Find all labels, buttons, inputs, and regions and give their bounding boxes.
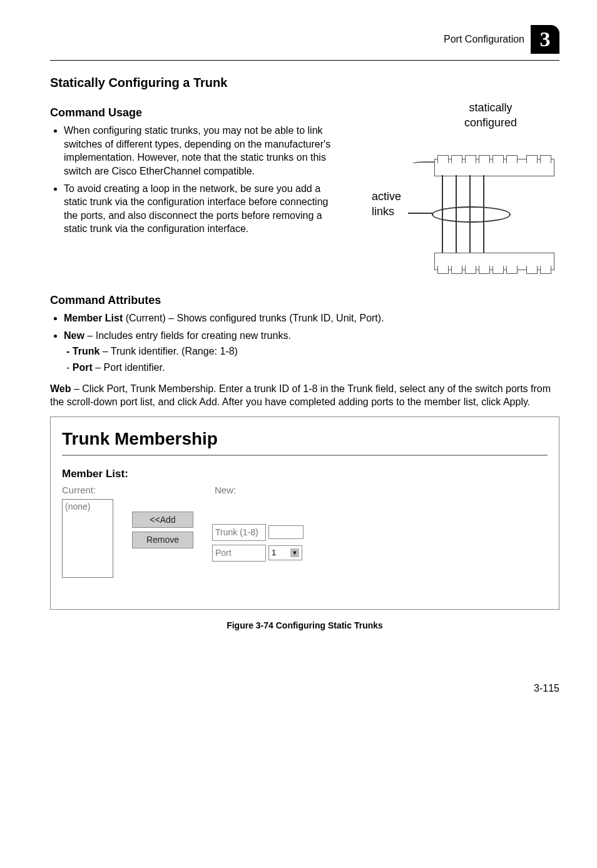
chapter-number: 3 [540,25,551,54]
attr-item: New – Includes entry fields for creating… [64,329,559,375]
page-number: 3-115 [50,682,559,695]
trunk-diagram: statically configured ︷ active links [353,96,559,284]
active-l1: active [372,189,401,204]
new-label: New: [215,484,304,497]
trunk-field-label: Trunk (1-8) [212,524,266,541]
attr-text: (Current) – Shows configured trunks (Tru… [123,313,384,323]
current-label: Current: [62,484,113,497]
diagram-title-l1: statically [441,100,541,115]
current-value: (none) [65,502,90,512]
attr-sublabel: Trunk [73,346,100,356]
attr-subtext: – Trunk identifier. (Range: 1-8) [100,346,238,356]
switch-bottom [434,253,554,270]
attr-sublabel: Port [73,362,93,373]
active-l2: links [372,204,401,219]
remove-button[interactable]: Remove [132,532,193,548]
usage-item: To avoid creating a loop in the network,… [64,182,340,236]
breadcrumb: Port Configuration [444,33,524,46]
links-oval [432,206,511,223]
panel-title: Trunk Membership [62,427,548,451]
web-body: – Click Port, Trunk Membership. Enter a … [50,383,551,408]
trunk-membership-panel: Trunk Membership Member List: Current: (… [50,416,559,610]
add-button[interactable]: <<Add [132,512,193,528]
header-rule [50,60,559,61]
web-instructions: Web – Click Port, Trunk Membership. Ente… [50,382,559,409]
attr-subitem: Port – Port identifier. [75,361,559,375]
usage-item: When configuring static trunks, you may … [64,124,340,178]
attr-label: Member List [64,313,123,323]
diagram-title: statically configured [441,100,541,131]
chapter-badge: 3 [531,25,559,54]
panel-rule [62,455,548,456]
label-leader-line [408,213,433,214]
attributes-list: Member List (Current) – Shows configured… [50,311,559,374]
web-lead: Web [50,383,71,394]
attr-text: – Includes entry fields for creating new… [84,330,291,341]
figure-caption: Figure 3-74 Configuring Static Trunks [50,620,559,632]
switch-top [434,159,554,176]
current-listbox[interactable]: (none) [62,499,113,578]
active-links-group [436,175,511,253]
command-usage-heading: Command Usage [50,105,340,120]
attr-subtext: – Port identifier. [93,362,165,373]
chevron-down-icon: ▼ [290,548,299,557]
port-value: 1 [272,547,276,558]
diagram-title-l2: configured [441,115,541,130]
command-attributes-heading: Command Attributes [50,293,559,308]
page-header: Port Configuration 3 [50,25,559,54]
usage-list: When configuring static trunks, you may … [50,124,340,236]
section-title: Statically Configuring a Trunk [50,74,559,91]
member-list-heading: Member List: [62,467,548,482]
port-field-label: Port [212,545,266,562]
attr-label: New [64,330,84,341]
active-links-label: active links [372,189,401,220]
attr-item: Member List (Current) – Shows configured… [64,311,559,325]
trunk-input[interactable] [268,525,304,539]
attr-subitem: Trunk – Trunk identifier. (Range: 1-8) [75,345,559,358]
port-select[interactable]: 1 ▼ [268,545,302,560]
